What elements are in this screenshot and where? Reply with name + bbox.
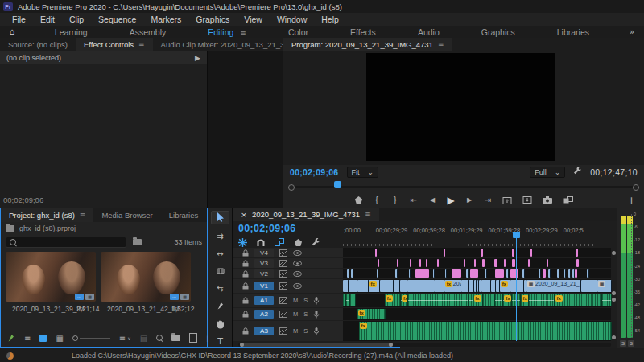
timeline-clip[interactable]: fx (503, 294, 512, 306)
solo-button[interactable]: S (303, 297, 308, 304)
mute-button[interactable]: M (293, 327, 298, 335)
timeline-clip[interactable]: fx2020 (444, 280, 462, 292)
timeline-clip[interactable] (350, 294, 357, 306)
search-bin-filter-icon[interactable] (133, 239, 142, 245)
lock-icon[interactable] (242, 282, 249, 290)
tab-libraries[interactable]: Libraries (161, 208, 206, 222)
track-visibility-icon[interactable] (293, 261, 302, 266)
pen-tool[interactable] (212, 300, 229, 312)
timeline-clip[interactable] (469, 294, 473, 306)
timeline-clip[interactable] (568, 269, 571, 278)
export-frame-icon[interactable] (543, 196, 552, 204)
close-icon[interactable]: × (241, 210, 247, 219)
timeline-clip[interactable] (427, 294, 469, 306)
track-lane-a3[interactable]: fx (343, 321, 611, 341)
home-icon[interactable]: ⌂ (0, 27, 24, 37)
meter-solo-button[interactable]: S (628, 340, 634, 347)
meter-solo-button[interactable]: S (620, 340, 626, 347)
panel-menu-icon[interactable]: ≡ (138, 40, 145, 48)
timeline-clip[interactable] (395, 269, 398, 278)
timeline-clip[interactable] (581, 280, 597, 292)
track-lane-v1[interactable]: fxfx2020fx▦2020_09_13_21_▦ (343, 279, 611, 293)
track-visibility-icon[interactable] (293, 250, 302, 256)
timeline-clip[interactable] (564, 269, 567, 278)
timeline-clip[interactable]: fx (521, 294, 530, 306)
timeline-clip[interactable] (397, 259, 398, 267)
timeline-view-toggle-icon[interactable]: ▶ (195, 54, 200, 62)
sync-lock-icon[interactable] (279, 311, 287, 318)
track-target-a3[interactable]: A3 (254, 327, 274, 335)
timeline-clip[interactable] (528, 259, 530, 267)
play-icon[interactable]: ▶ (447, 195, 455, 206)
timeline-clip[interactable] (483, 294, 496, 306)
sync-lock-icon[interactable] (279, 297, 287, 304)
timeline-ruler[interactable]: ;00;0000;00;29;2900;00;59;2800;01;29;290… (343, 221, 611, 248)
lock-icon[interactable] (242, 249, 249, 257)
timeline-clip[interactable] (409, 269, 411, 278)
tab-effect-controls[interactable]: Effect Controls≡ (76, 38, 153, 51)
track-target-v3[interactable]: V3 (254, 259, 274, 268)
timeline-clip[interactable] (377, 269, 379, 278)
find-icon[interactable] (156, 335, 163, 341)
workspace-tab-assembly[interactable]: Assembly (109, 27, 188, 37)
timeline-clip[interactable]: fx (359, 322, 612, 340)
timeline-clip[interactable] (557, 269, 559, 278)
lock-icon[interactable] (242, 297, 249, 304)
tab-media-browser[interactable]: Media Browser (93, 208, 160, 222)
timeline-clip[interactable] (506, 269, 509, 278)
timeline-clip[interactable] (543, 269, 546, 278)
nest-toggle-icon[interactable] (238, 238, 247, 247)
lock-icon[interactable] (242, 270, 249, 278)
list-view-icon[interactable]: ≡ (24, 334, 31, 343)
track-lane-v3[interactable] (343, 258, 611, 268)
automate-to-sequence-icon[interactable]: ▤ (140, 334, 147, 343)
zoom-slider-icon[interactable] (72, 335, 110, 341)
timeline-clip[interactable] (407, 280, 435, 292)
timeline-clip[interactable] (400, 280, 407, 292)
timeline-clip[interactable]: fx (401, 294, 408, 306)
timeline-clip[interactable]: fx (369, 280, 380, 292)
workspace-tab-audio[interactable]: Audio (397, 27, 460, 37)
menu-help[interactable]: Help (314, 14, 346, 24)
lift-icon[interactable] (502, 196, 512, 204)
step-forward-icon[interactable]: ▶ (465, 196, 473, 204)
timeline-clip[interactable] (434, 280, 444, 292)
hand-tool[interactable] (212, 318, 229, 330)
button-editor-icon[interactable]: + (627, 192, 636, 208)
search-input[interactable] (6, 237, 126, 248)
sequence-tab[interactable]: × 2020_09_13_21_39_IMG_4731 ≡ (233, 208, 379, 221)
mic-icon[interactable] (313, 327, 320, 335)
tab-project-ghx-id-s8-[interactable]: Project: ghx_id (s8)≡ (1, 208, 93, 222)
timeline-clip[interactable] (474, 259, 476, 267)
settings-wrench-icon[interactable] (312, 238, 320, 247)
workspace-tab-effects[interactable]: Effects (329, 27, 397, 37)
mark-in-icon[interactable]: { (373, 195, 381, 204)
menu-sequence[interactable]: Sequence (91, 14, 143, 24)
timeline-clip[interactable] (415, 269, 429, 278)
timeline-clip[interactable]: fx (555, 294, 592, 306)
playback-resolution-select[interactable]: Full⌄ (530, 167, 565, 178)
timeline-clip[interactable] (408, 294, 427, 306)
timeline-clip[interactable] (587, 269, 589, 278)
ripple-edit-tool[interactable]: ↔ (212, 248, 229, 260)
timeline-clip[interactable] (482, 259, 485, 267)
zoom-level-select[interactable]: Fit⌄ (347, 167, 379, 178)
workspace-tab-learning[interactable]: Learning (34, 27, 109, 37)
comparison-view-icon[interactable] (563, 196, 573, 204)
project-writable-icon[interactable] (7, 334, 15, 343)
freeform-view-icon[interactable]: ▦ (56, 334, 63, 343)
timeline-clip[interactable] (575, 269, 577, 278)
timeline-clip[interactable] (539, 269, 541, 278)
timeline-vertical-scrollbar[interactable] (612, 249, 616, 339)
timeline-clip[interactable] (410, 259, 411, 267)
new-bin-icon[interactable] (171, 335, 180, 341)
breadcrumb[interactable]: ghx_id (s8).prproj (1, 222, 207, 235)
linked-selection-icon[interactable] (275, 238, 284, 246)
timeline-clip[interactable] (547, 259, 548, 267)
timeline-clip[interactable] (495, 269, 504, 278)
program-playhead[interactable] (334, 181, 341, 188)
timeline-clip[interactable] (343, 280, 349, 292)
solo-button[interactable]: S (303, 311, 308, 318)
icon-view-icon[interactable] (39, 335, 47, 342)
add-marker-icon[interactable] (294, 239, 302, 246)
